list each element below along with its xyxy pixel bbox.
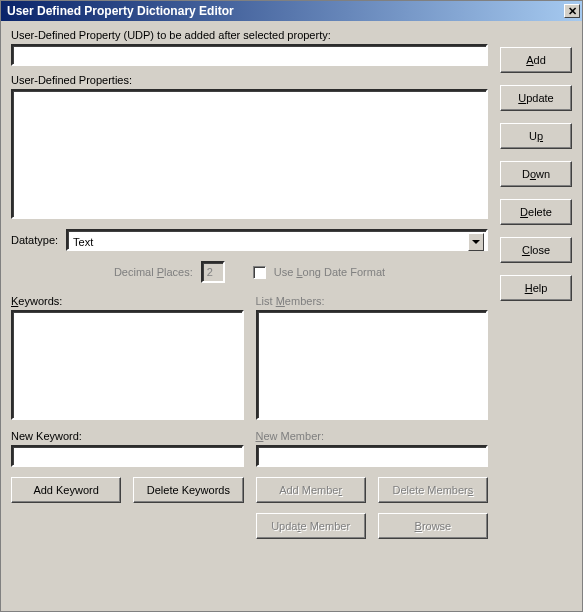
close-icon[interactable]: ✕ [564,4,580,18]
datatype-label: Datatype: [11,234,58,246]
udp-list-label: User-Defined Properties: [11,74,488,86]
keywords-label: Keywords: [11,295,244,307]
datatype-value: Text [68,231,486,249]
window-title: User Defined Property Dictionary Editor [7,4,564,18]
decimal-places-input [201,261,225,283]
main-column: User-Defined Property (UDP) to be added … [11,29,488,603]
keywords-column: Keywords: New Keyword: Add Keyword Delet… [11,295,244,539]
use-long-date-label: Use Long Date Format [274,266,385,278]
client-area: User-Defined Property (UDP) to be added … [1,21,582,611]
udp-add-label: User-Defined Property (UDP) to be added … [11,29,488,41]
window: User Defined Property Dictionary Editor … [0,0,583,612]
udp-input[interactable] [11,44,488,66]
use-long-date-checkbox[interactable] [253,266,266,279]
add-button[interactable]: Add [500,47,572,73]
new-member-input[interactable] [256,445,489,467]
delete-button[interactable]: Delete [500,199,572,225]
delete-members-button[interactable]: Delete Members [378,477,488,503]
update-member-button[interactable]: Update Member [256,513,366,539]
keywords-members-section: Keywords: New Keyword: Add Keyword Delet… [11,295,488,539]
new-member-label: New Member: [256,430,489,442]
down-button[interactable]: Down [500,161,572,187]
delete-keywords-button[interactable]: Delete Keywords [133,477,243,503]
decimal-places-label: Decimal Places: [114,266,193,278]
up-button[interactable]: Up [500,123,572,149]
browse-button[interactable]: Browse [378,513,488,539]
new-keyword-input[interactable] [11,445,244,467]
members-column: List Members: New Member: Add Member Del… [256,295,489,539]
update-button[interactable]: Update [500,85,572,111]
close-button[interactable]: Close [500,237,572,263]
udp-listbox[interactable] [11,89,488,219]
list-members-label: List Members: [256,295,489,307]
chevron-down-icon[interactable] [468,233,484,251]
titlebar: User Defined Property Dictionary Editor … [1,1,582,21]
add-keyword-button[interactable]: Add Keyword [11,477,121,503]
new-keyword-label: New Keyword: [11,430,244,442]
keywords-listbox[interactable] [11,310,244,420]
help-button[interactable]: Help [500,275,572,301]
datatype-select[interactable]: Text [66,229,488,251]
side-buttons: Add Update Up Down Delete Close Help [500,29,572,603]
add-member-button[interactable]: Add Member [256,477,366,503]
members-listbox[interactable] [256,310,489,420]
